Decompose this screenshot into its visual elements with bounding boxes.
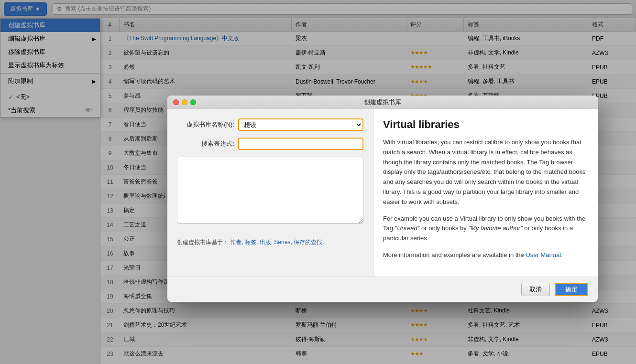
user-manual-link[interactable]: User Manual bbox=[526, 251, 561, 258]
virtual-lib-p2: For example you can use a Virtual librar… bbox=[383, 214, 588, 244]
expr-input[interactable] bbox=[238, 138, 363, 150]
virtual-lib-p1: With virtual libraries, you can restrict… bbox=[383, 138, 588, 207]
p3-prefix: More information and examples are availa… bbox=[383, 251, 526, 258]
ok-button[interactable]: 确定 bbox=[555, 283, 588, 296]
modal-right: Virtual libraries With virtual libraries… bbox=[373, 109, 598, 277]
search-expression-area[interactable] bbox=[177, 157, 363, 224]
close-button[interactable] bbox=[173, 99, 179, 105]
link-series[interactable]: Series bbox=[274, 239, 290, 246]
create-based-on: 创建虚拟书库基于： 作者, 标签, 出版, Series, 保存的查找. bbox=[177, 238, 363, 246]
name-form-row: 虚拟书库名称(N): 想读 bbox=[177, 118, 363, 131]
maximize-button[interactable] bbox=[190, 99, 196, 105]
name-select[interactable]: 想读 bbox=[238, 118, 363, 131]
link-publisher[interactable]: 出版 bbox=[260, 239, 271, 246]
modal-footer: 取消 确定 bbox=[167, 277, 598, 302]
virtual-lib-p3: More information and examples are availa… bbox=[383, 250, 588, 260]
cancel-button[interactable]: 取消 bbox=[521, 283, 550, 296]
create-based-on-label: 创建虚拟书库基于： bbox=[177, 239, 229, 246]
expr-form-row: 搜索表达式: bbox=[177, 138, 363, 150]
author-fav-italic: "My favorite author" bbox=[468, 225, 522, 232]
link-author[interactable]: 作者 bbox=[230, 239, 241, 246]
name-label: 虚拟书库名称(N): bbox=[177, 120, 234, 129]
tag-unread-italic: "Unread" bbox=[395, 225, 420, 232]
modal-titlebar: 创建虚拟书库 bbox=[167, 96, 598, 109]
app-window: 虚拟书库 ▼ ⚙ 搜索 (点击左侧按钮进行高级搜索) 创建虚拟书库 编辑虚拟书库… bbox=[0, 0, 636, 364]
modal-body: 虚拟书库名称(N): 想读 搜索表达式: 创建虚拟书库基于： 作者, 标签, bbox=[167, 109, 598, 277]
modal-title: 创建虚拟书库 bbox=[364, 98, 401, 107]
link-saved-search[interactable]: 保存的查找 bbox=[294, 239, 322, 246]
create-virtual-library-modal: 创建虚拟书库 虚拟书库名称(N): 想读 搜索表达式: 创建虚拟书库 bbox=[167, 96, 598, 302]
p3-suffix: . bbox=[561, 251, 563, 258]
virtual-lib-title: Virtual libraries bbox=[383, 118, 588, 131]
link-tags[interactable]: 标签 bbox=[245, 239, 256, 246]
expr-label: 搜索表达式: bbox=[177, 139, 234, 148]
modal-left: 虚拟书库名称(N): 想读 搜索表达式: 创建虚拟书库基于： 作者, 标签, bbox=[167, 109, 373, 277]
minimize-button[interactable] bbox=[182, 99, 187, 105]
